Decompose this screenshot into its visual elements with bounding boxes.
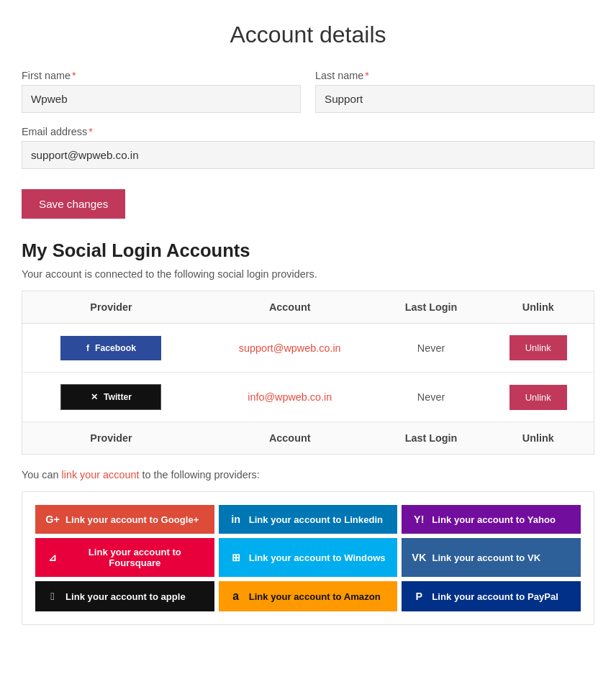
facebook-unlink-button[interactable]: Unlink xyxy=(509,335,567,360)
col-provider-footer: Provider xyxy=(22,422,200,455)
col-last-login-footer: Last Login xyxy=(380,422,483,455)
last-login-cell: Never xyxy=(380,373,483,422)
providers-grid: G+ Link your account to Google+ in Link … xyxy=(35,505,581,611)
provider-cell: f Facebook xyxy=(22,324,200,373)
amazon-link-button[interactable]: a Link your account to Amazon xyxy=(219,581,398,611)
twitter-unlink-button[interactable]: Unlink xyxy=(509,385,567,410)
google-link-label: Link your account to Google+ xyxy=(65,514,199,525)
link-description: You can link your account to the followi… xyxy=(22,469,594,480)
social-login-section: My Social Login Accounts Your account is… xyxy=(22,240,594,455)
col-last-login: Last Login xyxy=(380,291,483,324)
twitter-account-email[interactable]: info@wpweb.co.in xyxy=(248,391,332,403)
foursquare-link-button[interactable]: ⊿ Link your account to Foursquare xyxy=(35,538,214,577)
linkedin-link-label: Link your account to Linkedin xyxy=(249,514,383,525)
first-name-group: First name* xyxy=(22,70,301,113)
twitter-label: Twitter xyxy=(104,392,132,402)
col-account: Account xyxy=(200,291,380,324)
table-row: f Facebook support@wpweb.co.in Never Unl… xyxy=(22,324,594,373)
account-cell: support@wpweb.co.in xyxy=(200,324,380,373)
provider-cell: ✕ Twitter xyxy=(22,373,200,422)
yahoo-link-label: Link your account to Yahoo xyxy=(432,514,556,525)
linkedin-icon: in xyxy=(229,514,243,525)
col-unlink-footer: Unlink xyxy=(483,422,594,455)
paypal-link-label: Link your account to PayPal xyxy=(432,591,558,602)
email-label: Email address* xyxy=(22,126,594,137)
paypal-icon: P xyxy=(412,591,426,602)
last-login-cell: Never xyxy=(380,324,483,373)
yahoo-icon: Y! xyxy=(412,514,426,525)
col-unlink: Unlink xyxy=(483,291,594,324)
last-name-label: Last name* xyxy=(315,70,594,81)
linkedin-link-button[interactable]: in Link your account to Linkedin xyxy=(219,505,398,534)
facebook-label: Facebook xyxy=(95,343,136,353)
first-name-input[interactable] xyxy=(22,85,301,113)
link-your-account-link[interactable]: link your account xyxy=(61,469,139,480)
twitter-icon: ✕ xyxy=(91,392,98,402)
email-input[interactable] xyxy=(22,141,594,169)
vk-icon: VK xyxy=(412,552,426,563)
last-name-group: Last name* xyxy=(315,70,594,113)
account-form: First name* Last name* Email address* Sa… xyxy=(22,70,594,240)
email-group: Email address* xyxy=(22,126,594,169)
social-description: Your account is connected to the followi… xyxy=(22,268,594,280)
vk-link-button[interactable]: VK Link your account to VK xyxy=(402,538,581,577)
page-title: Account details xyxy=(22,22,594,48)
table-row: ✕ Twitter info@wpweb.co.in Never Unlink xyxy=(22,373,594,422)
col-account-footer: Account xyxy=(200,422,380,455)
facebook-provider-button[interactable]: f Facebook xyxy=(60,336,161,360)
col-provider: Provider xyxy=(22,291,200,324)
social-heading: My Social Login Accounts xyxy=(22,240,594,261)
windows-icon: ⊞ xyxy=(229,552,243,563)
providers-grid-wrapper: G+ Link your account to Google+ in Link … xyxy=(22,491,594,625)
google-icon: G+ xyxy=(45,514,60,525)
social-table: Provider Account Last Login Unlink f Fac… xyxy=(22,291,594,455)
windows-link-button[interactable]: ⊞ Link your account to Windows xyxy=(219,538,398,577)
link-accounts-section: You can link your account to the followi… xyxy=(22,469,594,625)
facebook-account-email[interactable]: support@wpweb.co.in xyxy=(239,342,341,354)
facebook-icon: f xyxy=(86,343,89,353)
apple-link-label: Link your account to apple xyxy=(65,591,186,602)
last-name-input[interactable] xyxy=(315,85,594,113)
unlink-cell: Unlink xyxy=(483,373,594,422)
unlink-cell: Unlink xyxy=(483,324,594,373)
paypal-link-button[interactable]: P Link your account to PayPal xyxy=(402,581,581,611)
account-cell: info@wpweb.co.in xyxy=(200,373,380,422)
windows-link-label: Link your account to Windows xyxy=(249,552,386,563)
first-name-label: First name* xyxy=(22,70,301,81)
vk-link-label: Link your account to VK xyxy=(432,552,540,563)
google-link-button[interactable]: G+ Link your account to Google+ xyxy=(35,505,214,534)
foursquare-icon: ⊿ xyxy=(45,552,60,563)
apple-link-button[interactable]:  Link your account to apple xyxy=(35,581,214,611)
foursquare-link-label: Link your account to Foursquare xyxy=(65,547,204,568)
amazon-link-label: Link your account to Amazon xyxy=(249,591,381,602)
save-changes-button[interactable]: Save changes xyxy=(22,189,125,219)
twitter-provider-button[interactable]: ✕ Twitter xyxy=(60,384,161,410)
amazon-icon: a xyxy=(229,590,243,603)
apple-icon:  xyxy=(45,591,60,602)
yahoo-link-button[interactable]: Y! Link your account to Yahoo xyxy=(402,505,581,534)
